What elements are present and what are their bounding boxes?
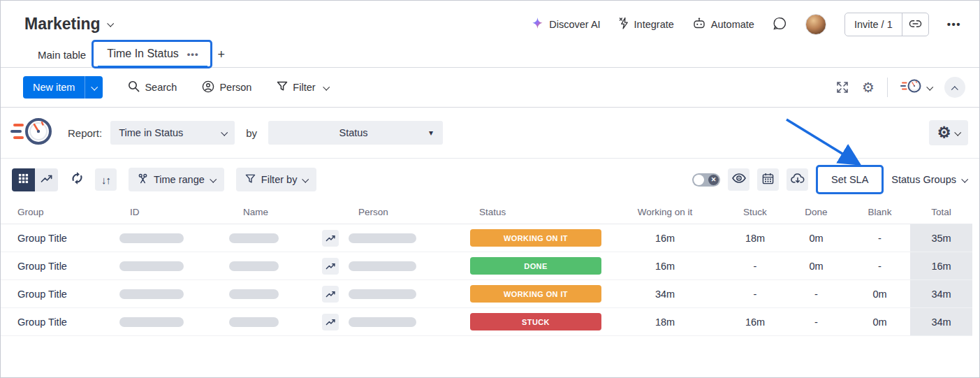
id-placeholder [119,317,184,327]
page-title: Marketing [24,15,101,34]
col-header-done: Done [783,201,849,224]
set-sla-button[interactable]: Set SLA [821,169,878,190]
status-badge[interactable]: WORKING ON IT [470,229,601,247]
fullscreen-button[interactable] [835,80,849,94]
board-header: Marketing Discover AI Integrate Autom [1,1,979,42]
invite-split-button: Invite / 1 [844,13,929,36]
board-title-menu[interactable]: Marketing [24,15,112,34]
blank-value: - [849,224,910,252]
more-options-button[interactable]: ••• [947,18,961,30]
visibility-button[interactable] [728,168,749,191]
report-type-value: Time in Status [119,127,183,138]
tab-time-in-status-wrap: Time In Status ••• [98,42,207,67]
filter-by-button[interactable]: Filter by [236,168,317,191]
status-groups-button[interactable]: Status Groups [891,174,967,185]
view-toolbar: ↓↑ Time range Filter by ✕ [1,159,979,201]
report-bar: Report: Time in Status by Status ▾ ⚙ [1,108,979,159]
status-badge[interactable]: WORKING ON IT [470,285,601,303]
table-row: Group Title WORKING ON IT 16m 18m 0m - 3… [1,224,972,252]
done-value: - [783,308,849,335]
row-chart-button[interactable] [322,286,339,303]
row-chart-button[interactable] [322,314,339,330]
board-settings-gear-button[interactable]: ⚙ [862,79,875,96]
table-view-button[interactable] [12,168,35,191]
invite-button[interactable]: Invite / 1 [845,13,902,36]
collapse-widget-button[interactable] [944,77,965,98]
working-value: 18m [603,308,727,335]
sort-button[interactable]: ↓↑ [95,168,117,191]
robot-icon [692,17,706,31]
tab-time-in-status[interactable]: Time In Status ••• [98,42,207,67]
automate-button[interactable]: Automate [692,17,754,31]
person-placeholder [349,261,416,271]
chevron-up-icon [951,86,958,93]
blank-value: 0m [849,280,910,307]
person-icon [202,80,214,95]
group-title: Group Title [1,280,105,307]
group-title: Group Title [1,224,105,252]
add-tab-button[interactable]: + [210,42,232,67]
report-table: Group ID Name Person Status Working on i… [1,201,972,336]
integrate-label: Integrate [634,19,674,30]
export-button[interactable] [787,168,808,191]
main-toolbar: New item Search Person Filter [1,68,979,108]
working-value: 16m [603,252,727,279]
report-label: Report: [68,127,102,139]
tab-main-table[interactable]: Main table [29,42,95,67]
new-item-button[interactable]: New item [23,76,85,99]
status-badge[interactable]: STUCK [470,313,601,330]
automate-label: Automate [711,19,754,30]
date-settings-button[interactable] [757,168,779,191]
group-by-select[interactable]: Status ▾ [268,121,443,145]
toggle-knob [694,175,704,185]
toggle-x-icon: ✕ [708,175,719,185]
status-badge[interactable]: DONE [470,257,601,275]
table-header-row: Group ID Name Person Status Working on i… [1,201,972,224]
integrate-button[interactable]: Integrate [619,17,674,32]
group-title: Group Title [1,252,105,279]
blank-value: - [849,252,910,279]
time-range-scissors-icon [138,173,148,187]
toolbar-divider [887,78,888,97]
grid-icon [18,173,29,187]
col-header-person: Person [309,201,455,224]
app-widget-menu[interactable] [900,77,932,98]
total-value: 34m [910,308,972,335]
chevron-down-icon [107,20,114,27]
tab-menu-button[interactable]: ••• [187,49,199,59]
filter-funnel-icon [277,81,288,94]
new-item-dropdown-button[interactable] [85,76,103,99]
chevron-down-icon [955,129,962,136]
time-range-label: Time range [154,174,205,185]
refresh-button[interactable] [70,168,85,191]
col-header-blank: Blank [849,201,910,224]
chevron-down-icon [302,175,309,182]
report-type-select[interactable]: Time in Status [110,121,235,145]
chart-view-button[interactable] [35,168,58,191]
discover-ai-button[interactable]: Discover AI [531,17,600,32]
calendar-icon [762,173,774,187]
search-icon [128,80,140,94]
stuck-value: - [727,252,783,279]
group-title: Group Title [1,308,105,335]
filter-funnel-icon [245,174,256,186]
filter-button[interactable]: Filter [277,81,328,94]
chat-button[interactable] [773,16,787,33]
name-placeholder [229,261,279,271]
group-by-value: Status [278,127,429,138]
table-row: Group Title WORKING ON IT 34m - - 0m 34m [1,280,972,308]
blank-value: 0m [849,308,910,335]
row-chart-button[interactable] [322,230,339,247]
widget-settings-button[interactable]: ⚙ [929,120,968,145]
time-in-status-logo-large [10,113,55,152]
copy-link-button[interactable] [902,13,928,36]
person-filter-button[interactable]: Person [202,80,251,95]
row-chart-button[interactable] [322,258,339,275]
done-value: 0m [783,224,849,252]
search-button[interactable]: Search [128,80,177,94]
col-header-status: Status [455,201,603,224]
time-range-button[interactable]: Time range [129,168,224,191]
toggle-switch-off[interactable]: ✕ [692,173,720,187]
working-value: 16m [603,224,727,252]
avatar[interactable] [805,14,826,35]
